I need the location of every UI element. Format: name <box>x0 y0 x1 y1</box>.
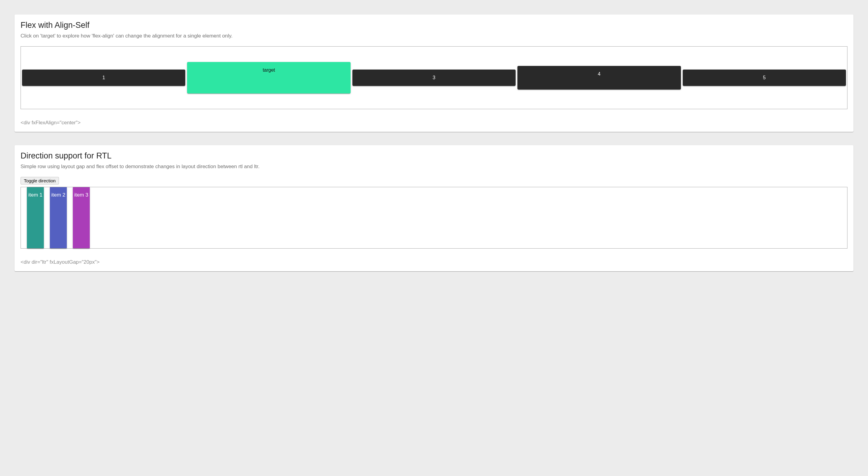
flex-block-5[interactable]: 5 <box>683 69 846 86</box>
align-self-demo-frame: 1 target 3 4 5 <box>21 46 847 109</box>
flex-block-target[interactable]: target <box>187 62 350 93</box>
rtl-item-2: item 2 <box>50 187 67 248</box>
rtl-item-3: item 3 <box>73 187 90 248</box>
rtl-card: Direction support for RTL Simple row usi… <box>14 145 854 271</box>
rtl-title: Direction support for RTL <box>21 151 847 160</box>
toggle-direction-button[interactable]: Toggle direction <box>21 177 59 184</box>
rtl-hint: <div dir="ltr" fxLayoutGap="20px"> <box>21 259 847 265</box>
flex-block-1[interactable]: 1 <box>22 69 185 86</box>
align-self-title: Flex with Align-Self <box>21 21 847 30</box>
align-self-subtitle: Click on 'target' to explore how 'flex-a… <box>21 33 847 39</box>
rtl-demo-frame: item 1 item 2 item 3 <box>21 187 847 248</box>
flex-block-4[interactable]: 4 <box>518 66 681 90</box>
align-self-hint: <div fxFlexAlign="center"> <box>21 120 847 126</box>
align-self-card: Flex with Align-Self Click on 'target' t… <box>14 14 854 132</box>
rtl-subtitle: Simple row using layout gap and flex off… <box>21 163 847 170</box>
flex-block-3[interactable]: 3 <box>352 69 516 86</box>
rtl-item-1: item 1 <box>27 187 44 248</box>
